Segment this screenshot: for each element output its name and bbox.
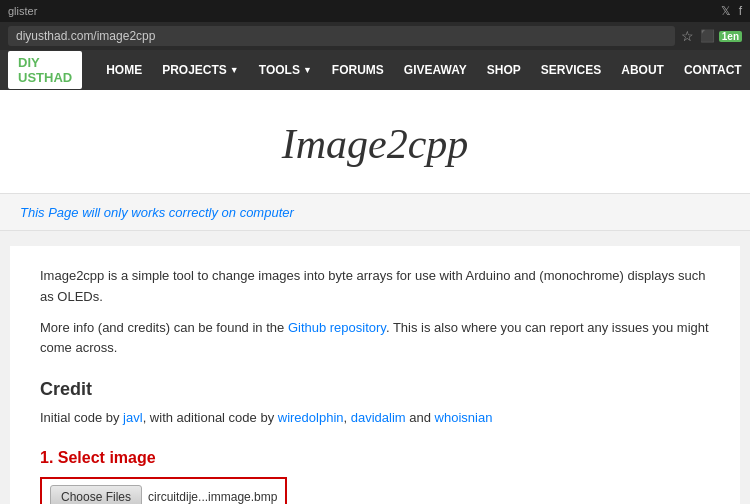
bookmark-icon[interactable]: ☆ — [681, 28, 694, 44]
nav-links: HOME PROJECTS ▼ TOOLS ▼ FORUMS GIVEAWAY … — [96, 50, 750, 90]
nav-tools[interactable]: TOOLS ▼ — [249, 50, 322, 90]
file-input-area: Choose Files circuitdije...immage.bmp — [40, 477, 287, 504]
credit-author2-link[interactable]: wiredolphin — [278, 410, 344, 425]
nav-services[interactable]: SERVICES — [531, 50, 611, 90]
address-bar: ☆ ⬛ 1en — [0, 22, 750, 50]
nav-home[interactable]: HOME — [96, 50, 152, 90]
tools-dropdown-icon: ▼ — [303, 65, 312, 75]
extension-icon: ⬛ — [700, 29, 715, 43]
facebook-icon[interactable]: f — [739, 4, 742, 18]
credit-author1-link[interactable]: javl — [123, 410, 143, 425]
step1-title: 1. Select image — [40, 449, 710, 467]
url-input[interactable] — [8, 26, 675, 46]
notice-text: This Page will only works correctly on c… — [20, 205, 294, 220]
description-2: More info (and credits) can be found in … — [40, 318, 710, 360]
top-bar: glister 𝕏 f — [0, 0, 750, 22]
credit-author4-link[interactable]: whoisnian — [435, 410, 493, 425]
main-content: Image2cpp This Page will only works corr… — [0, 90, 750, 504]
credit-middle3: and — [406, 410, 435, 425]
twitter-icon[interactable]: 𝕏 — [721, 4, 731, 18]
notice-bar: This Page will only works correctly on c… — [0, 193, 750, 231]
choose-files-button[interactable]: Choose Files — [50, 485, 142, 504]
nav-shop[interactable]: SHOP — [477, 50, 531, 90]
address-bar-icons: ⬛ 1en — [700, 29, 742, 43]
github-link[interactable]: Github repository — [288, 320, 386, 335]
top-bar-user: glister — [8, 5, 37, 17]
credit-intro: Initial code by — [40, 410, 123, 425]
page-title: Image2cpp — [20, 120, 730, 168]
credit-author3-link[interactable]: davidalim — [351, 410, 406, 425]
credit-middle1: , with aditional code by — [143, 410, 278, 425]
credit-title: Credit — [40, 379, 710, 400]
nav-projects[interactable]: PROJECTS ▼ — [152, 50, 249, 90]
nav-about[interactable]: ABOUT — [611, 50, 674, 90]
credit-text: Initial code by javl, with aditional cod… — [40, 408, 710, 429]
banner: Image2cpp — [0, 90, 750, 193]
projects-dropdown-icon: ▼ — [230, 65, 239, 75]
content-area: Image2cpp is a simple tool to change ima… — [10, 246, 740, 504]
credit-middle2: , — [344, 410, 351, 425]
nav-bar: DIY USTHAD HOME PROJECTS ▼ TOOLS ▼ FORUM… — [0, 50, 750, 90]
badge: 1en — [719, 31, 742, 42]
nav-forums[interactable]: FORUMS — [322, 50, 394, 90]
nav-contact[interactable]: CONTACT — [674, 50, 750, 90]
top-bar-social: 𝕏 f — [721, 4, 742, 18]
file-name-display: circuitdije...immage.bmp — [148, 490, 277, 504]
nav-giveaway[interactable]: GIVEAWAY — [394, 50, 477, 90]
description-1: Image2cpp is a simple tool to change ima… — [40, 266, 710, 308]
site-logo[interactable]: DIY USTHAD — [8, 51, 82, 89]
